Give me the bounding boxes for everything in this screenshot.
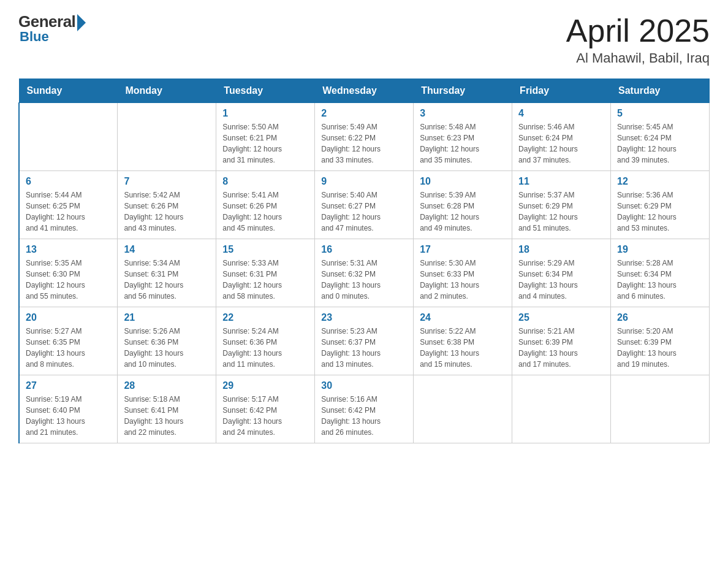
day-info: Sunrise: 5:17 AM Sunset: 6:42 PM Dayligh…	[222, 394, 308, 438]
day-info: Sunrise: 5:30 AM Sunset: 6:33 PM Dayligh…	[420, 258, 506, 302]
day-info: Sunrise: 5:37 AM Sunset: 6:29 PM Dayligh…	[518, 190, 604, 234]
day-number: 26	[617, 312, 703, 323]
calendar-day-header: Friday	[512, 79, 611, 103]
day-info: Sunrise: 5:42 AM Sunset: 6:26 PM Dayligh…	[124, 190, 210, 234]
calendar-cell	[512, 375, 611, 443]
calendar-cell: 23Sunrise: 5:23 AM Sunset: 6:37 PM Dayli…	[315, 307, 414, 375]
day-info: Sunrise: 5:36 AM Sunset: 6:29 PM Dayligh…	[617, 190, 703, 234]
day-info: Sunrise: 5:39 AM Sunset: 6:28 PM Dayligh…	[420, 190, 506, 234]
calendar-cell: 22Sunrise: 5:24 AM Sunset: 6:36 PM Dayli…	[216, 307, 315, 375]
day-info: Sunrise: 5:49 AM Sunset: 6:22 PM Dayligh…	[321, 121, 407, 166]
calendar-title: April 2025	[566, 12, 710, 49]
calendar-week-row: 1Sunrise: 5:50 AM Sunset: 6:21 PM Daylig…	[19, 103, 710, 171]
day-number: 12	[617, 176, 703, 187]
day-number: 11	[518, 176, 604, 187]
day-info: Sunrise: 5:33 AM Sunset: 6:31 PM Dayligh…	[222, 258, 308, 302]
day-info: Sunrise: 5:26 AM Sunset: 6:36 PM Dayligh…	[124, 326, 210, 370]
calendar-cell: 28Sunrise: 5:18 AM Sunset: 6:41 PM Dayli…	[118, 375, 216, 443]
calendar-cell: 17Sunrise: 5:30 AM Sunset: 6:33 PM Dayli…	[414, 239, 512, 307]
calendar-cell: 15Sunrise: 5:33 AM Sunset: 6:31 PM Dayli…	[216, 239, 315, 307]
calendar-cell: 29Sunrise: 5:17 AM Sunset: 6:42 PM Dayli…	[216, 375, 315, 443]
title-block: April 2025 Al Mahawil, Babil, Iraq	[566, 12, 710, 66]
day-number: 10	[420, 176, 506, 187]
day-number: 15	[222, 244, 308, 255]
calendar-day-header: Monday	[118, 79, 216, 103]
day-number: 21	[124, 312, 210, 323]
day-number: 14	[124, 244, 210, 255]
calendar-cell: 18Sunrise: 5:29 AM Sunset: 6:34 PM Dayli…	[512, 239, 611, 307]
calendar-cell	[611, 375, 710, 443]
day-number: 3	[420, 108, 506, 119]
day-info: Sunrise: 5:21 AM Sunset: 6:39 PM Dayligh…	[518, 326, 604, 370]
calendar-cell: 9Sunrise: 5:40 AM Sunset: 6:27 PM Daylig…	[315, 171, 414, 239]
calendar-table: SundayMondayTuesdayWednesdayThursdayFrid…	[18, 79, 710, 443]
day-number: 18	[518, 244, 604, 255]
day-number: 2	[321, 108, 407, 119]
day-info: Sunrise: 5:31 AM Sunset: 6:32 PM Dayligh…	[321, 258, 407, 302]
day-number: 7	[124, 176, 210, 187]
calendar-cell: 16Sunrise: 5:31 AM Sunset: 6:32 PM Dayli…	[315, 239, 414, 307]
day-number: 30	[321, 380, 407, 391]
calendar-cell: 7Sunrise: 5:42 AM Sunset: 6:26 PM Daylig…	[118, 171, 216, 239]
calendar-day-header: Tuesday	[216, 79, 315, 103]
calendar-cell: 4Sunrise: 5:46 AM Sunset: 6:24 PM Daylig…	[512, 103, 611, 171]
logo-blue-bottom: Blue	[20, 29, 49, 45]
calendar-cell: 5Sunrise: 5:45 AM Sunset: 6:24 PM Daylig…	[611, 103, 710, 171]
calendar-cell: 26Sunrise: 5:20 AM Sunset: 6:39 PM Dayli…	[611, 307, 710, 375]
day-number: 5	[617, 108, 703, 119]
day-number: 25	[518, 312, 604, 323]
calendar-day-header: Saturday	[611, 79, 710, 103]
day-info: Sunrise: 5:19 AM Sunset: 6:40 PM Dayligh…	[26, 394, 111, 438]
calendar-cell	[118, 103, 216, 171]
calendar-cell: 6Sunrise: 5:44 AM Sunset: 6:25 PM Daylig…	[19, 171, 118, 239]
day-info: Sunrise: 5:48 AM Sunset: 6:23 PM Dayligh…	[420, 121, 506, 166]
day-number: 6	[26, 176, 111, 187]
calendar-cell: 1Sunrise: 5:50 AM Sunset: 6:21 PM Daylig…	[216, 103, 315, 171]
calendar-cell: 13Sunrise: 5:35 AM Sunset: 6:30 PM Dayli…	[19, 239, 118, 307]
calendar-week-row: 6Sunrise: 5:44 AM Sunset: 6:25 PM Daylig…	[19, 171, 710, 239]
day-number: 16	[321, 244, 407, 255]
day-info: Sunrise: 5:45 AM Sunset: 6:24 PM Dayligh…	[617, 121, 703, 166]
day-info: Sunrise: 5:16 AM Sunset: 6:42 PM Dayligh…	[321, 394, 407, 438]
calendar-week-row: 20Sunrise: 5:27 AM Sunset: 6:35 PM Dayli…	[19, 307, 710, 375]
calendar-day-header: Thursday	[414, 79, 512, 103]
day-info: Sunrise: 5:18 AM Sunset: 6:41 PM Dayligh…	[124, 394, 210, 438]
day-info: Sunrise: 5:23 AM Sunset: 6:37 PM Dayligh…	[321, 326, 407, 370]
day-info: Sunrise: 5:46 AM Sunset: 6:24 PM Dayligh…	[518, 121, 604, 166]
day-number: 22	[222, 312, 308, 323]
logo: General Blue	[18, 12, 87, 45]
day-info: Sunrise: 5:20 AM Sunset: 6:39 PM Dayligh…	[617, 326, 703, 370]
calendar-cell: 10Sunrise: 5:39 AM Sunset: 6:28 PM Dayli…	[414, 171, 512, 239]
page-header: General Blue April 2025 Al Mahawil, Babi…	[18, 12, 710, 66]
day-number: 24	[420, 312, 506, 323]
calendar-cell: 19Sunrise: 5:28 AM Sunset: 6:34 PM Dayli…	[611, 239, 710, 307]
day-number: 8	[222, 176, 308, 187]
day-number: 9	[321, 176, 407, 187]
day-number: 19	[617, 244, 703, 255]
day-number: 1	[222, 108, 308, 119]
day-info: Sunrise: 5:50 AM Sunset: 6:21 PM Dayligh…	[222, 121, 308, 166]
calendar-cell: 2Sunrise: 5:49 AM Sunset: 6:22 PM Daylig…	[315, 103, 414, 171]
day-info: Sunrise: 5:40 AM Sunset: 6:27 PM Dayligh…	[321, 190, 407, 234]
day-number: 4	[518, 108, 604, 119]
day-number: 17	[420, 244, 506, 255]
calendar-cell: 14Sunrise: 5:34 AM Sunset: 6:31 PM Dayli…	[118, 239, 216, 307]
calendar-day-header: Wednesday	[315, 79, 414, 103]
calendar-week-row: 13Sunrise: 5:35 AM Sunset: 6:30 PM Dayli…	[19, 239, 710, 307]
calendar-cell: 24Sunrise: 5:22 AM Sunset: 6:38 PM Dayli…	[414, 307, 512, 375]
calendar-cell: 11Sunrise: 5:37 AM Sunset: 6:29 PM Dayli…	[512, 171, 611, 239]
day-number: 28	[124, 380, 210, 391]
calendar-cell: 20Sunrise: 5:27 AM Sunset: 6:35 PM Dayli…	[19, 307, 118, 375]
day-number: 13	[26, 244, 111, 255]
calendar-cell: 3Sunrise: 5:48 AM Sunset: 6:23 PM Daylig…	[414, 103, 512, 171]
day-number: 29	[222, 380, 308, 391]
calendar-header-row: SundayMondayTuesdayWednesdayThursdayFrid…	[19, 79, 710, 103]
day-info: Sunrise: 5:34 AM Sunset: 6:31 PM Dayligh…	[124, 258, 210, 302]
calendar-subtitle: Al Mahawil, Babil, Iraq	[566, 50, 710, 66]
day-info: Sunrise: 5:28 AM Sunset: 6:34 PM Dayligh…	[617, 258, 703, 302]
day-number: 27	[26, 380, 111, 391]
calendar-week-row: 27Sunrise: 5:19 AM Sunset: 6:40 PM Dayli…	[19, 375, 710, 443]
calendar-day-header: Sunday	[19, 79, 118, 103]
calendar-cell: 25Sunrise: 5:21 AM Sunset: 6:39 PM Dayli…	[512, 307, 611, 375]
calendar-cell	[19, 103, 118, 171]
